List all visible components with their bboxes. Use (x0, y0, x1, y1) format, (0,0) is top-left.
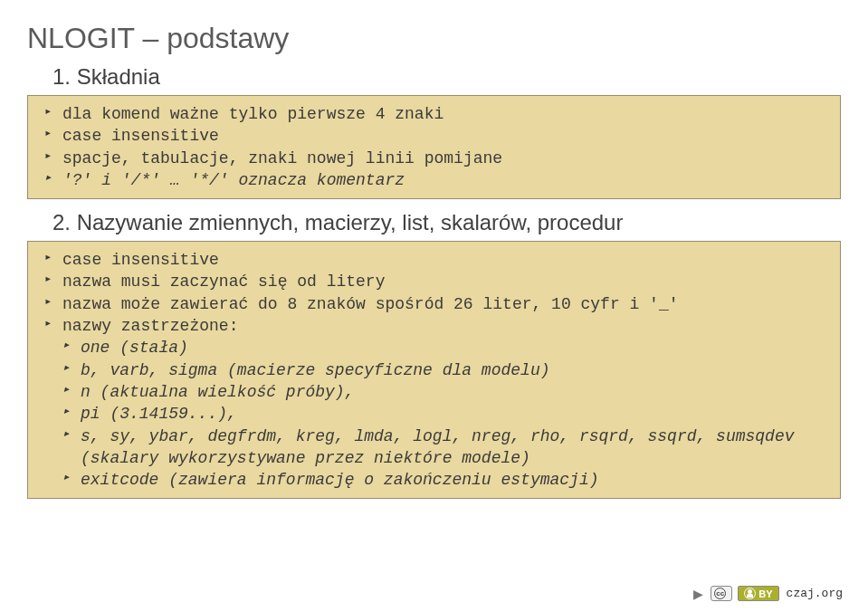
section-1-box: dla komend ważne tylko pierwsze 4 znaki … (27, 95, 841, 199)
list-item: case insensitive (44, 125, 829, 147)
list-item: b, varb, sigma (macierze specyficzne dla… (44, 359, 829, 381)
section-2-label: Nazywanie zmiennych, macierzy, list, ska… (77, 210, 624, 234)
section-1-list: dla komend ważne tylko pierwsze 4 znaki … (44, 103, 829, 191)
cc-badge: cc (711, 586, 732, 601)
list-item: pi (3.14159...), (44, 403, 829, 425)
list-item: one (stała) (44, 337, 829, 359)
list-item: dla komend ważne tylko pierwsze 4 znaki (44, 103, 829, 125)
section-2-heading: 2. Nazywanie zmiennych, macierzy, list, … (27, 210, 841, 235)
arrow-right-icon: ▶ (693, 587, 703, 601)
list-item: spacje, tabulacje, znaki nowej linii pom… (44, 148, 829, 169)
section-2-box: case insensitive nazwa musi zaczynać się… (27, 241, 841, 499)
list-item: '?' i '/*' … '*/' oznacza komentarz (44, 169, 829, 191)
section-2-num: 2. (52, 210, 71, 234)
section-1-label: Składnia (77, 64, 160, 89)
list-item: exitcode (zawiera informację o zakończen… (44, 469, 829, 491)
footer: ▶ cc BY czaj.org (693, 586, 843, 601)
list-item: nazwa musi zaczynać się od litery (44, 271, 829, 292)
list-item: nazwa może zawierać do 8 znaków spośród … (44, 293, 829, 315)
section-1-num: 1. (52, 64, 71, 89)
footer-org: czaj.org (787, 587, 843, 600)
cc-by-label: BY (758, 588, 772, 599)
cc-circle-icon: cc (714, 588, 726, 599)
list-item: n (aktualna wielkość próby), (44, 381, 829, 403)
slide-title: NLOGIT – podstawy (27, 22, 841, 55)
section-2-list: case insensitive nazwa musi zaczynać się… (44, 249, 829, 491)
list-item: nazwy zastrzeżone: (44, 315, 829, 337)
slide: NLOGIT – podstawy 1. Składnia dla komend… (0, 0, 868, 612)
person-icon (744, 588, 756, 599)
list-item: s, sy, ybar, degfrdm, kreg, lmda, logl, … (44, 426, 829, 470)
cc-by-badge: BY (738, 586, 778, 601)
section-1-heading: 1. Składnia (27, 64, 841, 90)
list-item: case insensitive (44, 249, 829, 271)
